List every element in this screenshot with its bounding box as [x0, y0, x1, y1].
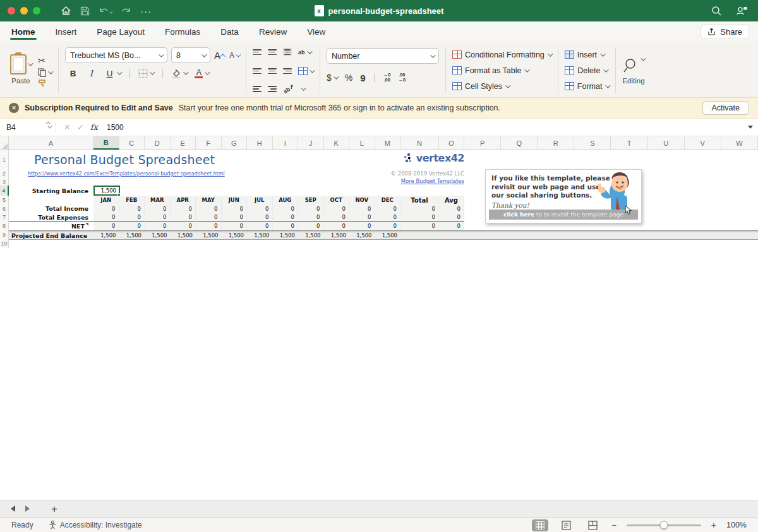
cell[interactable]: 0 — [400, 213, 439, 222]
wrap-text-button[interactable]: ab — [298, 49, 311, 56]
cell[interactable]: 0 — [119, 222, 145, 230]
chevron-down-icon[interactable] — [301, 85, 306, 90]
cell[interactable]: 0 — [196, 222, 222, 230]
cell[interactable]: 0 — [171, 222, 196, 230]
increase-indent-icon[interactable] — [268, 86, 277, 92]
cell[interactable]: 1,500 — [171, 232, 196, 239]
row-header[interactable]: 10 — [0, 240, 9, 249]
tab-view[interactable]: View — [306, 23, 327, 42]
column-header[interactable]: C — [119, 136, 145, 150]
cell-styles-button[interactable]: Cell Styles — [452, 80, 551, 93]
shrink-font-button[interactable]: A — [229, 47, 239, 63]
prev-sheet-icon[interactable] — [10, 505, 16, 513]
column-header[interactable]: E — [171, 136, 196, 150]
cell[interactable]: 1,500 — [196, 232, 222, 239]
cell[interactable]: 1,500 — [247, 232, 273, 239]
cell[interactable]: 1,500 — [324, 232, 350, 239]
italic-button[interactable]: I — [86, 68, 97, 78]
next-sheet-icon[interactable] — [25, 505, 30, 513]
minimize-window-button[interactable] — [20, 7, 28, 15]
zoom-slider[interactable] — [627, 524, 701, 526]
column-header[interactable]: O — [439, 136, 464, 150]
insert-function-icon[interactable]: fx — [90, 122, 98, 132]
cell[interactable]: 0 — [145, 204, 171, 213]
row-header[interactable]: 1 — [0, 150, 9, 169]
save-icon[interactable] — [80, 6, 90, 16]
cell[interactable]: 0 — [119, 213, 145, 222]
column-header[interactable]: J — [298, 136, 324, 150]
column-header[interactable]: M — [375, 136, 401, 150]
tab-formulas[interactable]: Formulas — [164, 23, 202, 42]
cell[interactable]: 0 — [247, 204, 273, 213]
cell[interactable]: 0 — [247, 213, 273, 222]
underline-button[interactable]: U — [104, 69, 121, 78]
cell[interactable]: 1,500 — [349, 232, 375, 239]
column-header[interactable]: Q — [501, 136, 538, 150]
cell[interactable]: 0 — [298, 222, 324, 230]
column-header[interactable]: D — [145, 136, 171, 150]
cell[interactable]: 0 — [349, 204, 375, 213]
comma-format-button[interactable]: 9 — [360, 73, 365, 83]
font-name-select[interactable]: Trebuchet MS (Bo... — [65, 47, 167, 63]
cell[interactable]: 0 — [222, 204, 248, 213]
cell[interactable]: 1,500 — [298, 232, 324, 239]
column-header[interactable]: H — [247, 136, 273, 150]
insert-cells-button[interactable]: Insert — [565, 48, 610, 61]
cell[interactable]: 0 — [439, 204, 464, 213]
redo-icon[interactable] — [121, 6, 131, 16]
cell[interactable]: 0 — [93, 222, 119, 230]
row-header[interactable]: 4 — [0, 186, 9, 196]
cell[interactable]: 1,500 — [222, 232, 248, 239]
decrease-decimal-button[interactable]: .00→0 — [398, 73, 406, 83]
cell[interactable]: 1,500 — [93, 232, 119, 239]
column-header[interactable]: F — [196, 136, 222, 150]
format-as-table-button[interactable]: Format as Table — [452, 64, 551, 77]
column-header[interactable]: V — [685, 136, 721, 150]
cell[interactable]: 1,500 — [273, 232, 299, 239]
cell[interactable]: 0 — [324, 213, 350, 222]
banner-close-icon[interactable]: ✕ — [9, 103, 19, 113]
cell[interactable]: 0 — [222, 213, 248, 222]
bold-button[interactable]: B — [68, 69, 78, 78]
cell[interactable]: 0 — [171, 213, 196, 222]
normal-view-icon[interactable] — [532, 519, 548, 531]
column-header[interactable]: R — [538, 136, 574, 150]
merge-center-button[interactable] — [298, 67, 313, 75]
confirm-entry-icon[interactable]: ✓ — [77, 122, 84, 132]
cell[interactable]: 0 — [273, 213, 299, 222]
cell[interactable]: 0 — [298, 204, 324, 213]
cell[interactable]: 0 — [400, 204, 439, 213]
align-center-icon[interactable] — [268, 68, 277, 74]
font-size-select[interactable]: 8 — [171, 47, 210, 63]
row-header[interactable]: 6 — [0, 204, 9, 213]
undo-icon[interactable] — [99, 6, 112, 16]
cell[interactable]: 0 — [247, 222, 273, 230]
accessibility-status[interactable]: Accessibility: Investigate — [49, 521, 142, 529]
increase-decimal-button[interactable]: ←0.00 — [383, 73, 391, 83]
people-icon[interactable] — [736, 6, 748, 16]
orientation-button[interactable]: ab↗ — [282, 83, 296, 95]
editing-button[interactable] — [623, 57, 644, 74]
page-break-view-icon[interactable] — [585, 519, 601, 531]
cell[interactable]: 1,500 — [145, 232, 171, 239]
share-button[interactable]: Share — [701, 25, 749, 39]
cell[interactable]: 0 — [439, 213, 464, 222]
cell[interactable]: 0 — [375, 222, 401, 230]
cancel-entry-icon[interactable]: ✕ — [64, 122, 71, 132]
cut-icon[interactable]: ✂ — [38, 56, 52, 66]
selected-cell-b4[interactable]: 1,500 — [93, 186, 120, 196]
cell[interactable]: 0 — [196, 204, 222, 213]
paste-button[interactable]: Paste — [11, 77, 30, 85]
cell[interactable]: 0 — [375, 204, 401, 213]
row-header[interactable]: 5 — [0, 196, 9, 204]
column-header[interactable]: T — [611, 136, 647, 150]
column-header[interactable]: P — [464, 136, 501, 150]
vertex42-logo[interactable]: vertex42 — [402, 152, 464, 164]
delete-cells-button[interactable]: ✕ Delete — [565, 64, 610, 77]
align-middle-icon[interactable] — [268, 49, 277, 55]
formula-bar-expand-icon[interactable] — [748, 126, 753, 129]
cell[interactable]: 0 — [298, 213, 324, 222]
cell[interactable]: 0 — [196, 213, 222, 222]
column-header[interactable]: W — [721, 136, 758, 150]
cell[interactable]: 0 — [145, 213, 171, 222]
